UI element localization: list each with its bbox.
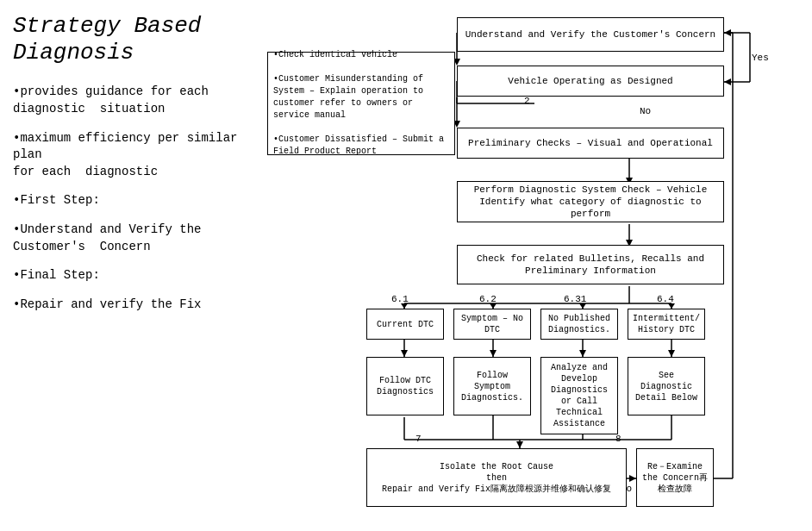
- svg-marker-34: [401, 350, 408, 357]
- box-diagnostic-check: Perform Diagnostic System Check – Vehicl…: [457, 181, 724, 222]
- svg-text:2: 2: [524, 96, 530, 106]
- svg-text:Yes: Yes: [752, 53, 769, 63]
- box-analyze: Analyze and Develop Diagnostics or Call …: [540, 357, 618, 434]
- svg-text:6.1: 6.1: [391, 294, 409, 304]
- svg-marker-36: [490, 350, 497, 357]
- svg-marker-38: [579, 350, 586, 357]
- bullet-3: •First Step:: [13, 192, 254, 209]
- svg-text:8: 8: [615, 434, 621, 444]
- bullet-1: •provides guidance for eachdiagnostic si…: [13, 84, 254, 117]
- box-symptom-no-dtc: Symptom – No DTC: [453, 309, 531, 340]
- bullet-6: •Repair and verify the Fix: [13, 297, 254, 314]
- flowchart: Yes No 2 4 5: [267, 9, 803, 517]
- svg-text:6.4: 6.4: [657, 294, 674, 304]
- svg-marker-40: [668, 350, 675, 357]
- box-follow-dtc: Follow DTC Diagnostics: [366, 357, 444, 415]
- box-see-diagnostic: See Diagnostic Detail Below: [628, 357, 705, 415]
- left-panel: Strategy BasedDiagnosis •provides guidan…: [9, 9, 259, 522]
- box-intermittent: Intermittent/ History DTC: [628, 309, 705, 340]
- svg-marker-47: [516, 441, 523, 448]
- svg-text:6.2: 6.2: [479, 294, 497, 304]
- svg-text:6.31: 6.31: [564, 294, 587, 304]
- svg-marker-50: [629, 475, 636, 482]
- right-panel: Yes No 2 4 5: [267, 9, 803, 522]
- svg-text:No: No: [640, 106, 651, 116]
- box-re-examine: Re－Examine the Concern再检查故障: [636, 448, 714, 507]
- box-preliminary: Preliminary Checks – Visual and Operatio…: [457, 128, 724, 159]
- box-no-published: No Published Diagnostics.: [540, 309, 618, 340]
- svg-marker-7: [724, 78, 731, 85]
- bullet-list: •provides guidance for eachdiagnostic si…: [13, 84, 254, 313]
- box-bulletins: Check for related Bulletins, Recalls and…: [457, 245, 724, 284]
- box-notes: •Check identical vehicle •Customer Misun…: [267, 52, 455, 155]
- box-current-dtc: Current DTC: [366, 309, 444, 340]
- bullet-5: •Final Step:: [13, 267, 254, 284]
- svg-marker-56: [724, 29, 731, 36]
- svg-text:7: 7: [415, 434, 422, 444]
- bullet-4: •Understand and Verify theCustomer's Con…: [13, 222, 254, 255]
- box-follow-symptom: Follow Symptom Diagnostics.: [453, 357, 531, 415]
- box-understand: Understand and Verify the Customer's Con…: [457, 17, 724, 52]
- page-title: Strategy BasedDiagnosis: [13, 13, 254, 66]
- bullet-2: •maximum efficiency per similar planfor …: [13, 130, 254, 181]
- box-vehicle-op: Vehicle Operating as Designed: [457, 66, 724, 97]
- box-isolate: Isolate the Root CausethenRepair and Ver…: [366, 448, 627, 507]
- main-container: Strategy BasedDiagnosis •provides guidan…: [0, 0, 812, 531]
